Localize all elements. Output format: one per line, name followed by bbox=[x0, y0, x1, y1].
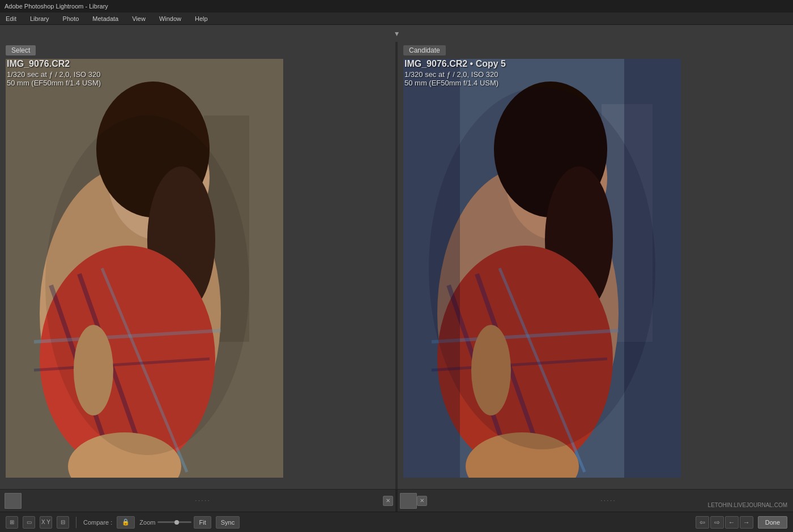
menu-help[interactable]: Help bbox=[191, 14, 211, 23]
nav-next-btn[interactable]: → bbox=[740, 516, 753, 529]
survey-view-btn[interactable]: ⊟ bbox=[57, 516, 69, 529]
candidate-photo-svg bbox=[403, 59, 681, 478]
swap-arrow-icon: ▾ bbox=[395, 29, 399, 38]
done-btn[interactable]: Done bbox=[758, 516, 787, 529]
grid-view-btn[interactable]: ⊞ bbox=[6, 516, 18, 529]
select-image-container: IMG_9076.CR2 1/320 sec at ƒ / 2,0, ISO 3… bbox=[0, 59, 395, 489]
zoom-slider[interactable] bbox=[157, 521, 191, 523]
menu-edit[interactable]: Edit bbox=[2, 14, 20, 23]
select-label[interactable]: Select bbox=[6, 45, 36, 55]
menu-bar: Edit Library Photo Metadata View Window … bbox=[0, 12, 793, 25]
loupe-view-btn[interactable]: ▭ bbox=[23, 516, 35, 529]
filmstrip-bar: · · · · · ✕ ✕ · · · · · bbox=[0, 489, 793, 512]
filmstrip-thumb-left-1[interactable] bbox=[5, 493, 22, 509]
menu-view[interactable]: View bbox=[129, 14, 149, 23]
candidate-photo bbox=[403, 59, 681, 478]
swap-bar: ▾ bbox=[0, 25, 793, 42]
lock-icon: 🔒 bbox=[122, 518, 130, 526]
sep-1 bbox=[76, 517, 76, 528]
svg-point-14 bbox=[45, 115, 249, 455]
close-right-btn[interactable]: ✕ bbox=[417, 496, 427, 506]
select-photo-frame bbox=[6, 59, 390, 483]
candidate-panel: Candidate IMG_9076.CR2 • Copy 5 1/320 se… bbox=[398, 42, 793, 489]
left-filmstrip: · · · · · ✕ bbox=[5, 493, 393, 509]
filmstrip-dots-left: · · · · · bbox=[22, 497, 383, 504]
swap-right-btn[interactable]: ⇨ bbox=[710, 516, 724, 529]
sync-btn[interactable]: Sync bbox=[216, 516, 240, 529]
filmstrip-thumb-right-1[interactable] bbox=[400, 493, 417, 509]
bottom-toolbar: ⊞ ▭ X Y ⊟ Compare : 🔒 Zoom Fit Sync ⇦ ⇨ … bbox=[0, 512, 793, 532]
candidate-panel-header: Candidate bbox=[398, 42, 793, 59]
svg-rect-31 bbox=[403, 59, 460, 478]
zoom-controls: Zoom Fit bbox=[139, 516, 211, 529]
nav-arrows: ⇦ ⇨ ← → bbox=[696, 516, 753, 529]
close-left-btn[interactable]: ✕ bbox=[383, 496, 393, 506]
menu-photo[interactable]: Photo bbox=[59, 14, 83, 23]
menu-metadata[interactable]: Metadata bbox=[89, 14, 122, 23]
candidate-image-container: IMG_9076.CR2 • Copy 5 1/320 sec at ƒ / 2… bbox=[398, 59, 793, 489]
menu-window[interactable]: Window bbox=[156, 14, 185, 23]
menu-library[interactable]: Library bbox=[27, 14, 53, 23]
select-panel-header: Select bbox=[0, 42, 395, 59]
nav-prev-btn[interactable]: ← bbox=[725, 516, 739, 529]
watermark: LETOHIN.LIVEJOURNAL.COM bbox=[708, 502, 787, 508]
select-photo-svg bbox=[6, 59, 283, 478]
zoom-fit-btn[interactable]: Fit bbox=[194, 516, 211, 529]
svg-point-30 bbox=[429, 87, 655, 449]
compare-label: Compare : bbox=[83, 519, 112, 526]
title-bar: Adobe Photoshop Lightroom - Library bbox=[0, 0, 793, 12]
compare-view-btn[interactable]: X Y bbox=[40, 516, 52, 529]
zoom-thumb[interactable] bbox=[174, 520, 179, 525]
candidate-photo-frame bbox=[403, 59, 787, 483]
select-panel: Select IMG_9076.CR2 1/320 sec at ƒ / 2,0… bbox=[0, 42, 395, 489]
app-title: Adobe Photoshop Lightroom - Library bbox=[5, 3, 108, 10]
swap-left-btn[interactable]: ⇦ bbox=[696, 516, 709, 529]
svg-rect-32 bbox=[624, 59, 681, 478]
lock-btn[interactable]: 🔒 bbox=[117, 516, 135, 529]
zoom-label: Zoom bbox=[139, 519, 155, 526]
main-area: Select IMG_9076.CR2 1/320 sec at ƒ / 2,0… bbox=[0, 42, 793, 489]
candidate-label: Candidate bbox=[403, 45, 446, 55]
select-photo bbox=[6, 59, 283, 478]
